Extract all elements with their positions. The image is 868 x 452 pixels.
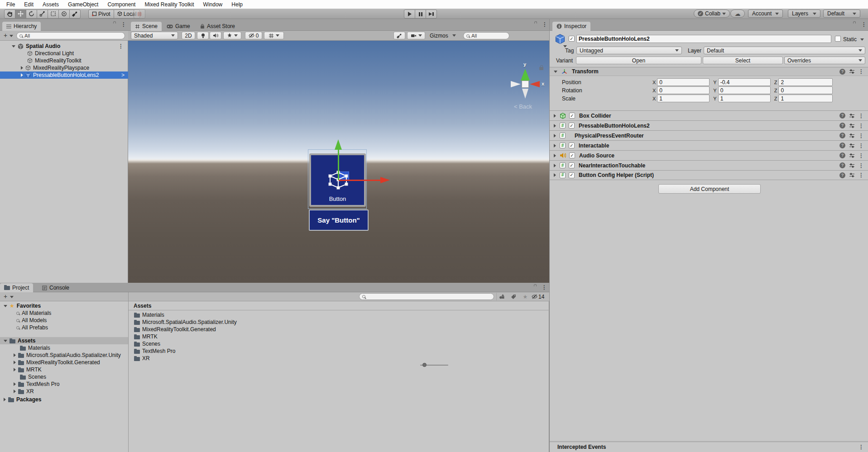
axis-center-cube[interactable] xyxy=(522,81,529,88)
hierarchy-row[interactable]: MixedRealityToolkit xyxy=(0,57,128,64)
menu-window[interactable]: Window xyxy=(199,0,227,9)
expand-caret-icon[interactable] xyxy=(14,382,16,386)
component-physical-press-event-router[interactable]: # PhysicalPressEventRouter ? ⋮ xyxy=(550,130,868,140)
project-search[interactable] xyxy=(359,293,494,300)
expand-caret-icon[interactable] xyxy=(21,73,23,77)
asset-folder-item[interactable]: MRTK xyxy=(129,333,310,340)
help-icon[interactable]: ? xyxy=(839,143,845,148)
scale-x-field[interactable] xyxy=(657,95,710,102)
menu-edit[interactable]: Edit xyxy=(19,0,38,9)
expand-caret-icon[interactable] xyxy=(554,173,556,177)
tab-console[interactable]: Console xyxy=(38,283,73,292)
asset-folder-item[interactable]: MixedRealityToolkit.Generated xyxy=(129,326,310,333)
presets-icon[interactable] xyxy=(849,133,855,138)
play-button[interactable] xyxy=(404,10,415,19)
hierarchy-row[interactable]: Directional Light xyxy=(0,50,128,57)
y-axis-arrow-stem[interactable] xyxy=(338,149,339,180)
assets-root-row[interactable]: Assets xyxy=(0,337,128,344)
presets-icon[interactable] xyxy=(849,163,855,168)
tab-game[interactable]: Game xyxy=(163,22,194,31)
project-tree-folder[interactable]: Materials xyxy=(0,344,128,352)
prefab-open-button[interactable]: Open xyxy=(576,57,701,64)
search-by-label-button[interactable] xyxy=(508,293,519,300)
component-enabled-checkbox[interactable]: ✓ xyxy=(569,123,575,128)
component-menu-icon[interactable]: ⋮ xyxy=(858,153,864,158)
section-menu-icon[interactable]: ⋮ xyxy=(858,444,864,450)
menu-help[interactable]: Help xyxy=(227,0,247,9)
active-checkbox[interactable]: ✓ xyxy=(569,36,575,42)
project-tree-folder[interactable]: MRTK xyxy=(0,366,128,373)
project-tree-folder[interactable]: XR xyxy=(0,388,128,395)
prefab-select-button[interactable]: Select xyxy=(703,57,783,64)
component-enabled-checkbox[interactable]: ✓ xyxy=(569,113,575,119)
layer-dropdown[interactable]: Default xyxy=(704,47,865,54)
favorites-row[interactable]: ★ Favorites xyxy=(0,302,128,309)
project-tree-folder[interactable]: TextMesh Pro xyxy=(0,381,128,388)
expand-caret-icon[interactable] xyxy=(554,154,556,157)
tab-project[interactable]: Project xyxy=(0,283,33,292)
prefab-overrides-dropdown[interactable]: Overrides xyxy=(784,57,865,64)
tab-inspector[interactable]: Inspector xyxy=(552,22,590,31)
x-axis-arrow-stem[interactable] xyxy=(339,180,380,181)
account-dropdown[interactable]: Account xyxy=(748,10,783,18)
scene-search[interactable] xyxy=(463,32,509,39)
scene-menu-icon[interactable]: ⋮ xyxy=(542,22,547,27)
scene-tools-button[interactable] xyxy=(393,32,405,39)
position-x-field[interactable] xyxy=(657,78,710,86)
component-enabled-checkbox[interactable]: ✓ xyxy=(569,162,575,168)
component-menu-icon[interactable]: ⋮ xyxy=(858,113,864,119)
tab-asset-store[interactable]: Asset Store xyxy=(196,22,239,31)
collab-dropdown[interactable]: ✓ Collab xyxy=(694,10,730,18)
favorite-item[interactable]: All Models xyxy=(0,317,128,324)
project-create-button[interactable]: + xyxy=(4,293,7,300)
component-menu-icon[interactable]: ⋮ xyxy=(858,163,864,168)
menu-component[interactable]: Component xyxy=(103,0,140,9)
icon-size-slider-handle[interactable] xyxy=(422,363,427,367)
expand-caret-icon[interactable] xyxy=(554,71,557,73)
position-z-field[interactable] xyxy=(778,78,833,86)
scene-menu-icon[interactable]: ⋮ xyxy=(118,43,124,49)
rotation-y-field[interactable] xyxy=(718,86,771,94)
component-audio-source[interactable]: ✓ Audio Source ? ⋮ xyxy=(550,150,868,160)
expand-caret-icon[interactable] xyxy=(14,353,16,357)
rotation-z-field[interactable] xyxy=(778,86,833,94)
scene-audio-toggle[interactable] xyxy=(210,32,221,39)
presets-icon[interactable] xyxy=(849,153,855,158)
save-search-button[interactable]: ★ xyxy=(520,293,531,300)
menu-mixed-reality-toolkit[interactable]: Mixed Reality Toolkit xyxy=(140,0,198,9)
scene-visibility-toggle[interactable]: 0 xyxy=(245,32,262,39)
expand-caret-icon[interactable] xyxy=(554,134,556,138)
project-tree-folder[interactable]: Scenes xyxy=(0,373,128,381)
help-icon[interactable]: ? xyxy=(839,69,845,75)
gizmo-lock-icon[interactable] xyxy=(539,67,543,70)
expand-caret-icon[interactable] xyxy=(21,66,23,70)
component-menu-icon[interactable]: ⋮ xyxy=(858,172,864,178)
prefab-open-chevron-icon[interactable]: > xyxy=(121,72,125,78)
help-icon[interactable]: ? xyxy=(839,113,845,119)
help-icon[interactable]: ? xyxy=(839,123,845,128)
static-checkbox[interactable] xyxy=(835,36,841,42)
presets-icon[interactable] xyxy=(849,172,855,178)
expand-caret-icon[interactable] xyxy=(4,305,7,307)
axis-y-cone-icon[interactable] xyxy=(521,69,530,81)
expand-caret-icon[interactable] xyxy=(14,368,16,371)
expand-caret-icon[interactable] xyxy=(554,114,556,118)
move-tool-icon[interactable] xyxy=(15,10,26,19)
axis-x-cone-icon[interactable] xyxy=(530,81,540,87)
hierarchy-search-input[interactable] xyxy=(24,33,122,38)
transform-tool-icon[interactable] xyxy=(58,10,70,19)
scene-search-input[interactable] xyxy=(471,33,506,38)
component-enabled-checkbox[interactable]: ✓ xyxy=(569,143,575,148)
asset-folder-item[interactable]: TextMesh Pro xyxy=(129,347,310,355)
hierarchy-row-selected[interactable]: PressableButtonHoloLens2 > xyxy=(0,71,128,79)
hierarchy-row[interactable]: MixedRealityPlayspace xyxy=(0,64,128,71)
scene-viewport[interactable]: y x < Back Button xyxy=(128,41,549,283)
layout-dropdown[interactable]: Default xyxy=(823,10,860,18)
scene-grid-dropdown[interactable] xyxy=(264,32,284,39)
hand-tool-icon[interactable] xyxy=(4,10,15,19)
scene-camera-dropdown[interactable] xyxy=(407,32,425,39)
position-y-field[interactable] xyxy=(718,78,771,86)
tab-hierarchy[interactable]: Hierarchy xyxy=(2,22,41,31)
expand-caret-icon[interactable] xyxy=(554,164,556,167)
expand-caret-icon[interactable] xyxy=(4,398,6,401)
